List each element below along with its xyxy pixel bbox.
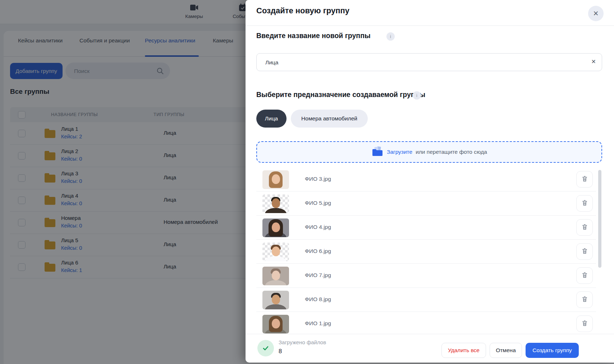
screen: Камеры События Кейсы аналитики События и…	[0, 0, 614, 364]
uploaded-files-label: Загружено файлов	[279, 339, 326, 345]
info-icon[interactable]: i	[386, 32, 395, 41]
file-thumbnail	[262, 267, 289, 285]
file-thumbnail	[262, 170, 289, 189]
group-name-field: ✕	[256, 53, 602, 71]
delete-file-button[interactable]	[576, 315, 593, 332]
trash-icon	[581, 199, 588, 207]
scrollbar-thumb[interactable]	[598, 170, 601, 268]
file-row: ФИО 3.jpg	[246, 167, 614, 192]
upload-folder-icon	[371, 146, 384, 158]
create-group-dialog: Создайте новую группу ✕ Введите название…	[246, 0, 614, 362]
file-name: ФИО 6.jpg	[305, 248, 331, 254]
delete-all-button[interactable]: Удалить все	[441, 343, 486, 358]
delete-file-button[interactable]	[576, 243, 593, 260]
cancel-button[interactable]: Отмена	[490, 343, 522, 358]
file-name: ФИО 5.jpg	[305, 200, 331, 206]
divider	[246, 26, 614, 26]
dialog-title: Создайте новую группу	[256, 6, 349, 15]
uploaded-files-count: 8	[279, 348, 282, 355]
group-name-input[interactable]	[265, 54, 586, 72]
dropzone-hint: или перетащите фото сюда	[416, 149, 487, 155]
delete-file-button[interactable]	[576, 219, 593, 236]
file-name: ФИО 1.jpg	[305, 320, 331, 327]
file-row: ФИО 4.jpg	[246, 216, 614, 240]
file-thumbnail	[262, 315, 289, 333]
name-section-label: Введите название новой группы	[256, 32, 371, 40]
file-name: ФИО 8.jpg	[305, 296, 331, 303]
photo-dropzone[interactable]: Загрузите или перетащите фото сюда	[256, 141, 602, 163]
delete-file-button[interactable]	[576, 171, 593, 188]
file-row: ФИО 1.jpg	[246, 312, 614, 334]
file-name: ФИО 3.jpg	[305, 176, 331, 182]
trash-icon	[581, 296, 588, 304]
close-button[interactable]: ✕	[588, 6, 604, 21]
file-thumbnail	[262, 291, 289, 309]
uploaded-files-list: ФИО 3.jpg ФИО 5.jpg ФИО 4.jpg	[246, 163, 614, 334]
purpose-section-label: Выберите предназначение создаваемой груп…	[256, 91, 425, 99]
file-thumbnail	[262, 218, 289, 237]
trash-icon	[581, 320, 588, 328]
clear-input-icon[interactable]: ✕	[591, 58, 596, 65]
file-row: ФИО 5.jpg	[246, 192, 614, 216]
file-row: ФИО 6.jpg	[246, 240, 614, 264]
file-name: ФИО 4.jpg	[305, 224, 331, 230]
dialog-footer: Загружено файлов 8 Удалить все Отмена Со…	[246, 334, 614, 363]
purpose-chip-plates[interactable]: Номера автомобилей	[291, 110, 368, 128]
file-thumbnail	[262, 243, 289, 261]
success-check-icon	[257, 340, 274, 356]
file-row: ФИО 8.jpg	[246, 288, 614, 312]
trash-icon	[581, 272, 588, 280]
trash-icon	[581, 175, 588, 183]
delete-file-button[interactable]	[576, 195, 593, 212]
delete-file-button[interactable]	[576, 267, 593, 284]
file-name: ФИО 7.jpg	[305, 272, 331, 278]
info-icon[interactable]: i	[413, 91, 421, 100]
delete-file-button[interactable]	[576, 291, 593, 308]
upload-link[interactable]: Загрузите	[387, 149, 412, 155]
file-row: ФИО 7.jpg	[246, 264, 614, 288]
create-group-button[interactable]: Создать группу	[526, 343, 579, 358]
file-thumbnail	[262, 194, 289, 213]
trash-icon	[581, 248, 588, 255]
purpose-chip-faces[interactable]: Лица	[256, 110, 287, 128]
trash-icon	[581, 224, 588, 231]
